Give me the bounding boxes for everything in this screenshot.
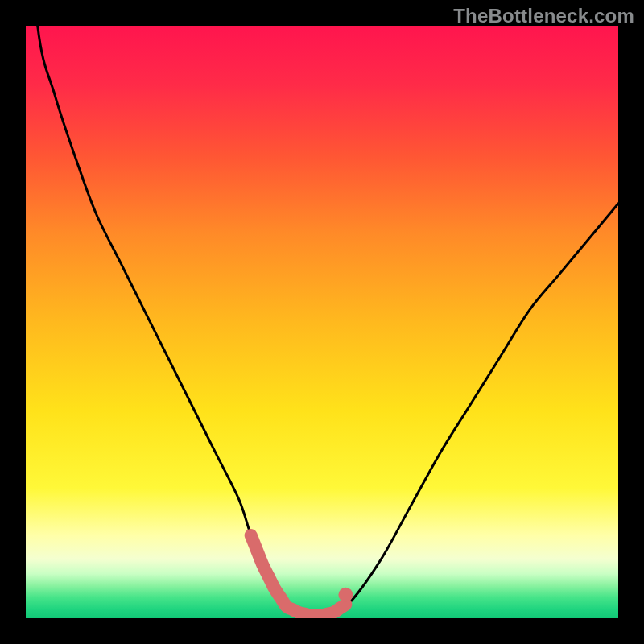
highlight-segment <box>251 535 353 615</box>
bottleneck-curve <box>26 26 618 616</box>
plot-area <box>26 26 618 618</box>
highlight-end-dot <box>338 588 353 602</box>
curve-line <box>26 26 618 616</box>
watermark-text: TheBottleneck.com <box>453 5 634 27</box>
highlight-line <box>251 535 346 615</box>
curve-overlay <box>26 26 618 618</box>
chart-frame: TheBottleneck.com <box>0 0 644 644</box>
